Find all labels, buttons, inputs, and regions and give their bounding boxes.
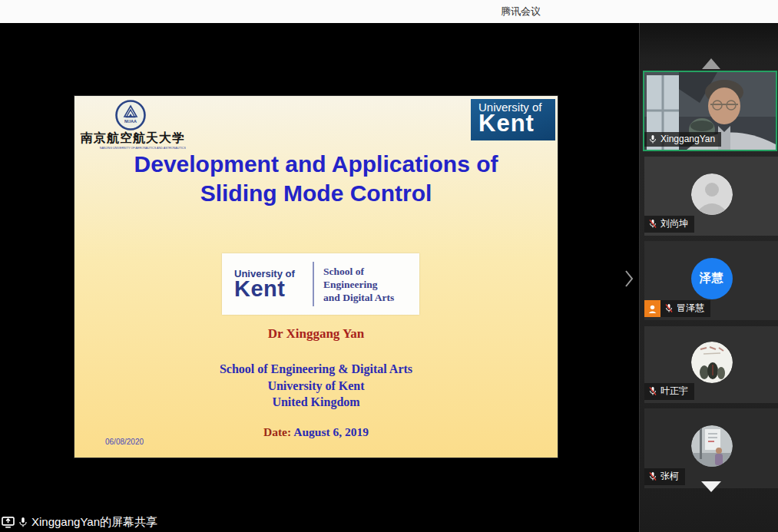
meeting-window: 腾讯会议 NUAA 南京航空航天大学 NANJING UNIVERSITY OF… (0, 0, 778, 532)
avatar-silhouette (691, 173, 733, 215)
microphone-muted-icon (648, 219, 657, 229)
kent-school-logo-left: University of Kent (222, 269, 313, 299)
participant-tile-zhangke[interactable]: 张柯 (644, 408, 778, 488)
participant-tile-yezhengyu[interactable]: 叶正宇 (644, 326, 778, 403)
participant-name: XinggangYan (660, 134, 715, 144)
shared-screen-area: NUAA 南京航空航天大学 NANJING UNIVERSITY OF AERO… (0, 23, 639, 532)
microphone-muted-icon (648, 386, 657, 396)
participants-sidebar: XinggangYan (639, 23, 778, 532)
svg-text:NUAA: NUAA (124, 119, 137, 124)
slide-title-line2: Sliding Mode Control (74, 179, 558, 208)
slide-date-label: Date: (263, 425, 291, 438)
avatar-photo (691, 425, 733, 467)
kent-logo-line2: Kent (478, 112, 555, 135)
kent-school-logo: University of Kent School of Engineering… (222, 253, 419, 315)
microphone-muted-icon (648, 471, 657, 481)
scroll-up-icon[interactable] (702, 58, 720, 69)
participant-tile-maozehui[interactable]: 泽慧 冒泽慧 (644, 241, 778, 320)
participant-label: 刘尚坤 (644, 216, 694, 233)
participant-label: 冒泽慧 (644, 300, 710, 317)
app-title: 腾讯会议 (501, 5, 541, 18)
slide-title-line1: Development and Applications of (74, 150, 558, 179)
kent-logo: University of Kent (471, 99, 555, 140)
slide-date: Date: August 6, 2019 (74, 425, 558, 439)
participant-name: 刘尚坤 (660, 217, 688, 230)
dept-uni-line2: Kent (234, 279, 313, 299)
participant-label: XinggangYan (644, 132, 721, 147)
microphone-icon (18, 517, 28, 528)
dept-school-line1: School of (323, 265, 394, 278)
avatar-photo (691, 342, 733, 383)
scroll-down-icon[interactable] (701, 481, 721, 492)
screen-share-status: XinggangYan的屏幕共享 (2, 515, 157, 530)
nuaa-logo: NUAA 南京航空航天大学 NANJING UNIVERSITY OF AERO… (81, 98, 180, 151)
participant-name: 叶正宇 (660, 385, 688, 398)
collapse-sidebar-chevron-icon[interactable] (624, 269, 634, 289)
screen-share-icon (2, 517, 15, 528)
nuaa-chinese-name: 南京航空航天大学 (81, 131, 180, 147)
presenter-name: Dr Xinggang Yan (74, 326, 558, 342)
slide-title: Development and Applications of Sliding … (74, 150, 558, 208)
microphone-icon (648, 134, 657, 144)
avatar-initials: 泽慧 (691, 258, 733, 299)
affiliation-line1: School of Engineering & Digital Arts (74, 361, 558, 378)
participant-label: 叶正宇 (644, 383, 694, 400)
microphone-muted-icon (664, 303, 674, 313)
presentation-slide: NUAA 南京航空航天大学 NANJING UNIVERSITY OF AERO… (74, 96, 558, 458)
window-title-bar: 腾讯会议 (0, 0, 778, 23)
participant-label: 张柯 (644, 468, 685, 485)
affiliation-block: School of Engineering & Digital Arts Uni… (74, 361, 558, 411)
affiliation-line3: United Kingdom (74, 394, 558, 411)
participant-tile-liushangkun[interactable]: 刘尚坤 (644, 157, 778, 236)
participant-tile-xinggangyan[interactable]: XinggangYan (643, 71, 777, 151)
participant-name: 冒泽慧 (677, 302, 704, 315)
screen-share-label: XinggangYan的屏幕共享 (31, 515, 157, 530)
host-badge-icon (644, 300, 660, 317)
affiliation-line2: University of Kent (74, 378, 558, 395)
nuaa-emblem-icon: NUAA (115, 100, 146, 131)
kent-school-logo-right: School of Engineering and Digital Arts (314, 265, 394, 304)
slide-date-value: August 6, 2019 (293, 425, 369, 438)
slide-footer-date: 06/08/2020 (105, 438, 144, 446)
participant-name: 张柯 (660, 470, 679, 483)
dept-school-line3: and Digital Arts (323, 291, 394, 304)
dept-school-line2: Engineering (323, 278, 394, 291)
